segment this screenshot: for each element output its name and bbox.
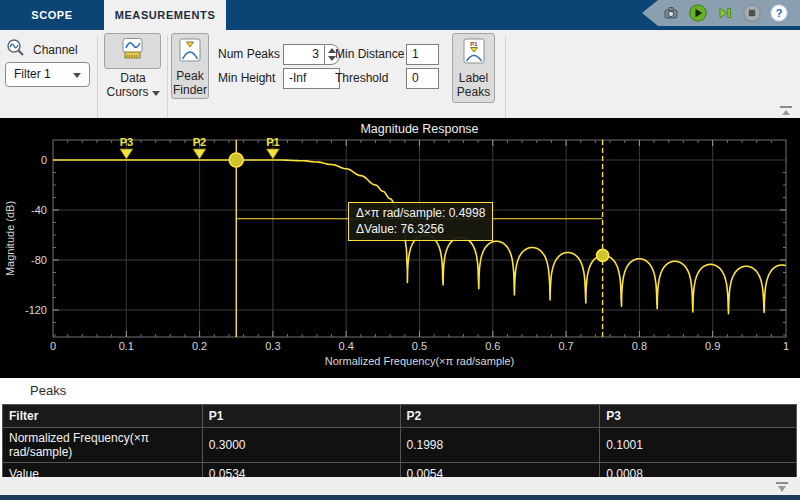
tab-scope[interactable]: SCOPE xyxy=(14,0,90,30)
min-height-field[interactable]: -Inf xyxy=(283,68,340,89)
data-cursors-label-line2: Cursors xyxy=(96,85,170,99)
data-cursors-label: Data Cursors xyxy=(96,71,170,99)
peaks-table-cell: 0.1001 xyxy=(600,428,797,463)
peaks-table-header-row: FilterP1P2P3 xyxy=(3,405,797,428)
channel-button[interactable]: Channel xyxy=(6,38,78,61)
data-cursor-marker-1[interactable] xyxy=(229,153,243,167)
x-tick-label: 0.5 xyxy=(412,340,427,352)
svg-text:P1: P1 xyxy=(470,41,478,47)
channel-button-label: Channel xyxy=(33,43,78,57)
filter-select-dropdown[interactable]: Filter 1 xyxy=(5,62,90,87)
quick-access-toolbar: ? xyxy=(642,0,800,26)
x-tick-label: 1 xyxy=(783,340,789,352)
ribbon-toolstrip: Channel Filter 1 CHANNEL Data Cursors CU… xyxy=(0,30,800,118)
data-cursors-icon xyxy=(120,37,146,65)
step-forward-icon[interactable] xyxy=(716,4,734,22)
threshold-field[interactable]: 0 xyxy=(406,68,439,89)
y-tick-label: -120 xyxy=(25,304,47,316)
y-tick-label: -40 xyxy=(31,204,47,216)
peak-finder-label: Peak Finder xyxy=(173,69,207,97)
channel-scope-magnifier-icon xyxy=(6,38,26,61)
y-axis-label: Magnitude (dB) xyxy=(4,201,16,276)
label-peaks-button[interactable]: P1 Label Peaks xyxy=(452,33,495,103)
data-cursors-label-line1: Data xyxy=(96,71,170,85)
tab-measurements[interactable]: MEASUREMENTS xyxy=(104,0,226,30)
label-peaks-icon: P1 xyxy=(462,38,486,68)
chart-title: Magnitude Response xyxy=(360,122,478,136)
peaks-table-header-cell: P2 xyxy=(400,405,600,428)
chevron-down-icon xyxy=(152,91,160,96)
num-peaks-value[interactable]: 3 xyxy=(283,44,324,65)
peaks-table-cell: Normalized Frequency(×π rad/sample) xyxy=(3,428,203,463)
x-tick-label: 0.6 xyxy=(485,340,500,352)
peaks-table-header-cell: Filter xyxy=(3,405,203,428)
x-tick-label: 0.7 xyxy=(558,340,573,352)
peaks-panel: Peaks FilterP1P2P3 Normalized Frequency(… xyxy=(0,378,800,495)
collapse-ribbon-icon[interactable] xyxy=(778,104,794,118)
x-tick-label: 0.4 xyxy=(339,340,354,352)
y-tick-label: 0 xyxy=(41,154,47,166)
run-icon[interactable] xyxy=(689,4,707,22)
min-height-label: Min Height xyxy=(218,68,275,88)
data-cursors-button[interactable] xyxy=(104,33,161,69)
magnitude-response-chart: P1P2P300.10.20.30.40.50.60.70.80.910-40-… xyxy=(0,118,800,378)
y-tick-label: -80 xyxy=(31,254,47,266)
min-distance-label: Min Distance xyxy=(335,44,404,64)
min-distance-field[interactable]: 1 xyxy=(406,44,439,65)
x-tick-label: 0.1 xyxy=(119,340,134,352)
peak-marker-label-p1: P1 xyxy=(266,136,279,148)
status-strip xyxy=(0,495,800,500)
peaks-table-row: Normalized Frequency(×π rad/sample)0.300… xyxy=(3,428,797,463)
filter-select-value: Filter 1 xyxy=(14,67,51,81)
peak-finder-icon xyxy=(179,38,201,66)
num-peaks-label: Num Peaks xyxy=(218,44,280,64)
x-tick-label: 0.2 xyxy=(192,340,207,352)
tab-bar: SCOPE MEASUREMENTS ? xyxy=(0,0,800,30)
peaks-table-header-cell: P3 xyxy=(600,405,797,428)
cursor-readout-line1: Δ×π rad/sample: 0.4998 xyxy=(356,205,485,221)
peaks-table-cell: 0.3000 xyxy=(202,428,400,463)
help-icon[interactable]: ? xyxy=(770,4,788,22)
chevron-down-icon xyxy=(73,73,81,78)
collapse-peaks-panel-icon[interactable] xyxy=(774,480,790,493)
scope-display-panel: P1P2P300.10.20.30.40.50.60.70.80.910-40-… xyxy=(0,118,800,378)
x-axis-label: Normalized Frequency(×π rad/sample) xyxy=(325,355,514,367)
snapshot-icon[interactable] xyxy=(662,4,680,22)
x-tick-label: 0 xyxy=(50,340,56,352)
svg-text:?: ? xyxy=(776,7,783,19)
cursor-readout-line2: ΔValue: 76.3256 xyxy=(356,221,485,237)
peaks-panel-footer xyxy=(0,477,800,495)
peak-finder-button[interactable]: Peak Finder xyxy=(171,33,209,99)
label-peaks-label: Label Peaks xyxy=(457,71,490,99)
data-cursor-marker-2[interactable] xyxy=(597,249,609,261)
threshold-label: Threshold xyxy=(335,68,388,88)
x-tick-label: 0.3 xyxy=(265,340,280,352)
peaks-table-cell: 0.1998 xyxy=(400,428,600,463)
peaks-panel-title: Peaks xyxy=(30,383,66,398)
peak-marker-label-p2: P2 xyxy=(193,136,206,148)
cursor-readout-tooltip[interactable]: Δ×π rad/sample: 0.4998 ΔValue: 76.3256 xyxy=(348,202,493,241)
x-tick-label: 0.8 xyxy=(632,340,647,352)
x-tick-label: 0.9 xyxy=(705,340,720,352)
peak-marker-label-p3: P3 xyxy=(120,136,133,148)
stop-icon[interactable] xyxy=(743,4,761,22)
num-peaks-spinner[interactable]: 3 xyxy=(283,44,340,65)
peaks-table-header-cell: P1 xyxy=(202,405,400,428)
peaks-table: FilterP1P2P3 Normalized Frequency(×π rad… xyxy=(2,404,797,486)
